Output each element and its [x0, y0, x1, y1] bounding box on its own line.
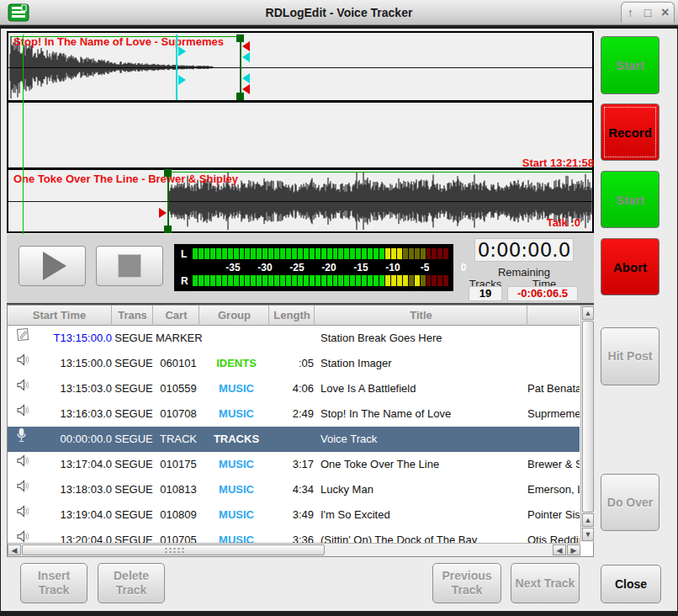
- row-length: 3:36: [270, 528, 314, 543]
- start-marker-handle[interactable]: [164, 169, 172, 177]
- hit-post-button[interactable]: Hit Post: [601, 327, 659, 385]
- row-title: Station Break Goes Here: [320, 326, 526, 351]
- start-button-1[interactable]: Start: [601, 36, 659, 94]
- row-cart: 010175: [156, 452, 201, 477]
- play-icon: [43, 252, 66, 280]
- col-title[interactable]: Title: [315, 305, 527, 326]
- horizontal-scrollbar[interactable]: ◀ ◀ ▶: [8, 543, 580, 556]
- scroll-left-icon[interactable]: ◀: [553, 544, 566, 555]
- delete-track-button[interactable]: Delete Track: [98, 563, 165, 603]
- meter-left-bar: [193, 248, 448, 259]
- meter-tick: -10: [385, 262, 400, 273]
- log-row[interactable]: 13:19:04.0 SEGUE 010809 MUSIC 3:49 I'm S…: [8, 502, 580, 528]
- row-artist: Pointer Sisters: [527, 502, 580, 528]
- record-button[interactable]: Record: [601, 104, 659, 161]
- col-length[interactable]: Length: [270, 305, 315, 326]
- tracks-remaining-value: 19: [469, 286, 502, 301]
- speaker-icon: [16, 477, 31, 502]
- track1-end-marker-line[interactable]: [240, 35, 241, 100]
- row-length: :05: [270, 351, 314, 376]
- transport-bar: L R -35-30-25-20-15-10-50 0:00:00.0 Rema…: [7, 234, 594, 305]
- elapsed-time-display: 0:00:00.0: [474, 238, 574, 262]
- log-row[interactable]: 13:17:04.0 SEGUE 010175 MUSIC 3:17 One T…: [8, 452, 580, 477]
- row-artist: [527, 326, 580, 351]
- previous-track-button[interactable]: Previous Track: [432, 563, 501, 603]
- app-icon: [8, 3, 29, 25]
- play-button[interactable]: [19, 246, 86, 286]
- row-start-time: 13:15:03.0: [31, 376, 112, 401]
- abort-button[interactable]: Abort: [601, 238, 659, 295]
- insert-track-button[interactable]: Insert Track: [20, 563, 87, 603]
- voice-tracker-waveform[interactable]: Stop! In The Name of Love - Suprmemes St…: [7, 31, 594, 233]
- row-artist: Otis Redding: [527, 528, 580, 543]
- log-row[interactable]: 13:15:03.0 SEGUE 010559 MUSIC 4:06 Love …: [8, 376, 580, 401]
- col-start-time[interactable]: Start Time: [8, 305, 112, 326]
- talk-marker-handle[interactable]: [178, 75, 186, 85]
- col-cart[interactable]: Cart: [154, 305, 199, 326]
- scroll-left-icon[interactable]: ◀: [8, 544, 21, 555]
- row-trans: SEGUE: [114, 401, 154, 427]
- row-length: 4:06: [270, 376, 314, 401]
- col-group[interactable]: Group: [200, 305, 269, 326]
- row-group: [203, 326, 270, 351]
- log-row[interactable]: 13:18:03.0 SEGUE 010813 MUSIC 4:34 Lucky…: [8, 477, 580, 502]
- talk-marker-handle[interactable]: [242, 52, 250, 62]
- track2-title: One Toke Over The Line - Brewer & Shiple…: [13, 173, 238, 185]
- mic-icon: [16, 427, 31, 452]
- col-trans[interactable]: Trans: [113, 305, 153, 326]
- row-artist: [527, 351, 580, 376]
- log-row[interactable]: T13:15:00.0 SEGUE MARKER Station Break G…: [8, 326, 580, 351]
- do-over-button[interactable]: Do Over: [601, 474, 659, 531]
- log-event-list: Start Time Trans Cart Group Length Title…: [7, 305, 594, 557]
- maximize-icon[interactable]: □: [640, 6, 655, 19]
- next-track-button[interactable]: Next Track: [511, 563, 580, 603]
- row-title: I'm So Excited: [320, 502, 526, 528]
- talk-marker-line[interactable]: [176, 35, 177, 100]
- row-title: (Sittin' On) The Dock of The Bay: [320, 528, 526, 543]
- start-marker-handle[interactable]: [164, 226, 172, 233]
- scroll-up-icon[interactable]: ▲: [582, 513, 594, 527]
- time-remaining-value: -0:06:06.5: [507, 286, 578, 301]
- row-cart: 060101: [156, 351, 201, 376]
- track2-start-marker-line[interactable]: [167, 169, 169, 233]
- shade-icon[interactable]: ↑: [622, 6, 638, 19]
- close-icon[interactable]: ×: [658, 5, 673, 20]
- log-row[interactable]: 13:15:00.0 SEGUE 060101 IDENTS :05 Stati…: [8, 351, 580, 376]
- talk-marker-handle[interactable]: [242, 73, 250, 83]
- row-cart: 010705: [156, 528, 201, 543]
- voice-start-label: Start 13:21:58: [409, 157, 594, 169]
- scroll-up-icon[interactable]: ▲: [582, 306, 594, 320]
- horizontal-scroll-thumb[interactable]: [22, 544, 325, 555]
- row-cart: 010708: [156, 401, 201, 427]
- close-button[interactable]: Close: [601, 565, 661, 603]
- vertical-scroll-thumb[interactable]: [582, 321, 594, 512]
- fade-marker-handle[interactable]: [242, 84, 250, 94]
- log-row[interactable]: 00:00:00.0 SEGUE TRACK TRACKS Voice Trac…: [8, 427, 580, 452]
- vertical-scrollbar[interactable]: ▲ ▲ ▼: [580, 305, 594, 542]
- start-button-2[interactable]: Start: [601, 171, 659, 228]
- fade-marker-handle[interactable]: [242, 41, 250, 51]
- row-title: Voice Track: [320, 427, 526, 452]
- speaker-icon: [16, 528, 31, 543]
- meter-right-label: R: [181, 275, 188, 287]
- row-group: MUSIC: [203, 502, 270, 528]
- row-length: 3:17: [270, 452, 314, 477]
- fade-marker-handle[interactable]: [159, 208, 167, 218]
- row-artist: Emerson, Lake & Palmer: [527, 477, 580, 502]
- row-group: MUSIC: [203, 401, 270, 427]
- note-icon: [16, 326, 31, 351]
- meter-tick: 0: [461, 262, 467, 273]
- scroll-right-icon[interactable]: ▶: [567, 544, 580, 555]
- scroll-down-icon[interactable]: ▼: [582, 528, 594, 541]
- stop-button[interactable]: [96, 246, 163, 286]
- row-length: [270, 427, 314, 452]
- main-content: Stop! In The Name of Love - Suprmemes St…: [1, 29, 677, 611]
- col-extra[interactable]: [528, 305, 580, 326]
- stop-icon: [118, 254, 141, 278]
- playback-cursor: [23, 35, 24, 244]
- log-row[interactable]: 13:16:03.0 SEGUE 010708 MUSIC 2:49 Stop!…: [8, 401, 580, 427]
- log-row[interactable]: 13:20:04.0 SEGUE 010705 MUSIC 3:36 (Sitt…: [8, 528, 580, 543]
- row-length: 4:34: [270, 477, 314, 502]
- talk-marker-handle[interactable]: [178, 46, 186, 56]
- row-group: MUSIC: [203, 452, 270, 477]
